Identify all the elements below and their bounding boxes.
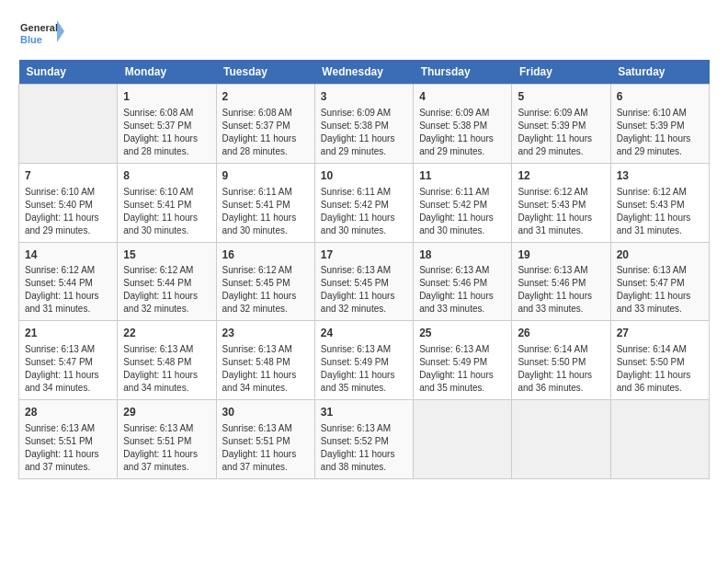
calendar-cell: 28Sunrise: 6:13 AMSunset: 5:51 PMDayligh…: [19, 400, 118, 479]
day-info: Sunrise: 6:13 AMSunset: 5:51 PMDaylight:…: [25, 422, 111, 474]
day-number: 16: [222, 247, 309, 263]
day-info: Sunrise: 6:13 AMSunset: 5:49 PMDaylight:…: [321, 343, 407, 395]
calendar-cell: 7Sunrise: 6:10 AMSunset: 5:40 PMDaylight…: [19, 163, 118, 242]
day-info: Sunrise: 6:12 AMSunset: 5:45 PMDaylight:…: [222, 264, 309, 316]
day-info: Sunrise: 6:12 AMSunset: 5:44 PMDaylight:…: [25, 264, 111, 316]
day-info: Sunrise: 6:12 AMSunset: 5:43 PMDaylight:…: [518, 186, 604, 237]
day-number: 15: [123, 247, 210, 263]
calendar-cell: 5Sunrise: 6:09 AMSunset: 5:39 PMDaylight…: [512, 85, 610, 164]
weekday-header: Wednesday: [314, 60, 413, 85]
calendar-cell: 21Sunrise: 6:13 AMSunset: 5:47 PMDayligh…: [19, 321, 118, 400]
calendar-cell: 23Sunrise: 6:13 AMSunset: 5:48 PMDayligh…: [216, 321, 314, 400]
day-number: 5: [518, 89, 604, 105]
day-number: 27: [617, 326, 703, 341]
calendar-cell: 6Sunrise: 6:10 AMSunset: 5:39 PMDaylight…: [610, 85, 709, 164]
calendar-cell: 22Sunrise: 6:13 AMSunset: 5:48 PMDayligh…: [118, 321, 216, 400]
day-info: Sunrise: 6:13 AMSunset: 5:52 PMDaylight:…: [321, 422, 407, 474]
day-number: 28: [25, 405, 111, 420]
calendar-cell: 31Sunrise: 6:13 AMSunset: 5:52 PMDayligh…: [314, 400, 413, 479]
calendar-cell: 8Sunrise: 6:10 AMSunset: 5:41 PMDaylight…: [118, 163, 216, 242]
day-number: 8: [123, 168, 210, 184]
day-info: Sunrise: 6:09 AMSunset: 5:38 PMDaylight:…: [321, 107, 407, 158]
day-info: Sunrise: 6:11 AMSunset: 5:42 PMDaylight:…: [419, 186, 506, 237]
calendar-cell: 13Sunrise: 6:12 AMSunset: 5:43 PMDayligh…: [610, 163, 709, 242]
day-number: 23: [222, 326, 309, 341]
calendar-cell: 1Sunrise: 6:08 AMSunset: 5:37 PMDaylight…: [118, 85, 216, 164]
calendar-cell: [512, 400, 610, 479]
calendar-week-row: 1Sunrise: 6:08 AMSunset: 5:37 PMDaylight…: [19, 85, 710, 164]
logo-svg: General Blue: [18, 18, 64, 51]
calendar-cell: 19Sunrise: 6:13 AMSunset: 5:46 PMDayligh…: [512, 242, 610, 321]
day-info: Sunrise: 6:10 AMSunset: 5:41 PMDaylight:…: [123, 186, 210, 237]
day-number: 31: [321, 405, 407, 420]
weekday-header: Sunday: [19, 60, 118, 85]
day-number: 21: [25, 326, 111, 341]
calendar-cell: 20Sunrise: 6:13 AMSunset: 5:47 PMDayligh…: [610, 242, 709, 321]
day-number: 19: [518, 247, 604, 263]
calendar-cell: 10Sunrise: 6:11 AMSunset: 5:42 PMDayligh…: [314, 163, 413, 242]
day-number: 2: [222, 89, 309, 105]
day-info: Sunrise: 6:13 AMSunset: 5:51 PMDaylight:…: [222, 422, 309, 474]
weekday-header: Friday: [512, 60, 610, 85]
calendar-cell: [19, 85, 118, 164]
day-info: Sunrise: 6:10 AMSunset: 5:40 PMDaylight:…: [25, 186, 111, 237]
day-info: Sunrise: 6:13 AMSunset: 5:49 PMDaylight:…: [419, 343, 506, 395]
calendar-cell: 18Sunrise: 6:13 AMSunset: 5:46 PMDayligh…: [414, 242, 512, 321]
day-number: 7: [25, 168, 111, 184]
calendar-cell: [414, 400, 512, 479]
day-info: Sunrise: 6:13 AMSunset: 5:48 PMDaylight:…: [222, 343, 309, 395]
day-info: Sunrise: 6:09 AMSunset: 5:39 PMDaylight:…: [518, 107, 604, 158]
day-number: 14: [25, 247, 111, 263]
calendar-cell: 16Sunrise: 6:12 AMSunset: 5:45 PMDayligh…: [216, 242, 314, 321]
calendar-cell: 15Sunrise: 6:12 AMSunset: 5:44 PMDayligh…: [118, 242, 216, 321]
day-info: Sunrise: 6:13 AMSunset: 5:46 PMDaylight:…: [419, 264, 506, 316]
day-info: Sunrise: 6:10 AMSunset: 5:39 PMDaylight:…: [617, 107, 703, 158]
day-info: Sunrise: 6:14 AMSunset: 5:50 PMDaylight:…: [617, 343, 703, 395]
day-info: Sunrise: 6:13 AMSunset: 5:48 PMDaylight:…: [123, 343, 210, 395]
svg-text:Blue: Blue: [20, 34, 42, 45]
svg-text:General: General: [20, 22, 58, 33]
weekday-header: Monday: [118, 60, 216, 85]
day-info: Sunrise: 6:11 AMSunset: 5:42 PMDaylight:…: [321, 186, 407, 237]
calendar-week-row: 14Sunrise: 6:12 AMSunset: 5:44 PMDayligh…: [19, 242, 710, 321]
day-number: 9: [222, 168, 309, 184]
calendar-cell: 12Sunrise: 6:12 AMSunset: 5:43 PMDayligh…: [512, 163, 610, 242]
calendar-cell: 11Sunrise: 6:11 AMSunset: 5:42 PMDayligh…: [414, 163, 512, 242]
day-number: 26: [518, 326, 604, 341]
day-info: Sunrise: 6:12 AMSunset: 5:43 PMDaylight:…: [617, 186, 703, 237]
calendar-cell: 24Sunrise: 6:13 AMSunset: 5:49 PMDayligh…: [314, 321, 413, 400]
calendar-cell: 14Sunrise: 6:12 AMSunset: 5:44 PMDayligh…: [19, 242, 118, 321]
day-info: Sunrise: 6:13 AMSunset: 5:46 PMDaylight:…: [518, 264, 604, 316]
calendar-cell: 25Sunrise: 6:13 AMSunset: 5:49 PMDayligh…: [414, 321, 512, 400]
day-info: Sunrise: 6:08 AMSunset: 5:37 PMDaylight:…: [222, 107, 309, 158]
day-number: 3: [321, 89, 407, 105]
day-number: 6: [617, 89, 703, 105]
day-number: 25: [419, 326, 506, 341]
day-number: 4: [419, 89, 506, 105]
day-number: 24: [321, 326, 407, 341]
calendar-cell: 27Sunrise: 6:14 AMSunset: 5:50 PMDayligh…: [610, 321, 709, 400]
day-info: Sunrise: 6:08 AMSunset: 5:37 PMDaylight:…: [123, 107, 210, 158]
day-info: Sunrise: 6:13 AMSunset: 5:45 PMDaylight:…: [321, 264, 407, 316]
day-number: 29: [123, 405, 210, 420]
calendar-week-row: 28Sunrise: 6:13 AMSunset: 5:51 PMDayligh…: [19, 400, 710, 479]
day-info: Sunrise: 6:09 AMSunset: 5:38 PMDaylight:…: [419, 107, 506, 158]
calendar-week-row: 7Sunrise: 6:10 AMSunset: 5:40 PMDaylight…: [19, 163, 710, 242]
calendar-cell: 2Sunrise: 6:08 AMSunset: 5:37 PMDaylight…: [216, 85, 314, 164]
day-info: Sunrise: 6:14 AMSunset: 5:50 PMDaylight:…: [518, 343, 604, 395]
day-number: 13: [617, 168, 703, 184]
calendar-cell: 17Sunrise: 6:13 AMSunset: 5:45 PMDayligh…: [314, 242, 413, 321]
calendar-header-row: SundayMondayTuesdayWednesdayThursdayFrid…: [19, 60, 710, 85]
calendar-cell: 9Sunrise: 6:11 AMSunset: 5:41 PMDaylight…: [216, 163, 314, 242]
calendar-cell: 30Sunrise: 6:13 AMSunset: 5:51 PMDayligh…: [216, 400, 314, 479]
day-number: 12: [518, 168, 604, 184]
weekday-header: Tuesday: [216, 60, 314, 85]
day-number: 22: [123, 326, 210, 341]
day-info: Sunrise: 6:13 AMSunset: 5:47 PMDaylight:…: [617, 264, 703, 316]
calendar-cell: 3Sunrise: 6:09 AMSunset: 5:38 PMDaylight…: [314, 85, 413, 164]
day-number: 20: [617, 247, 703, 263]
day-number: 10: [321, 168, 407, 184]
logo: General Blue: [18, 18, 64, 51]
day-number: 1: [123, 89, 210, 105]
day-number: 11: [419, 168, 506, 184]
